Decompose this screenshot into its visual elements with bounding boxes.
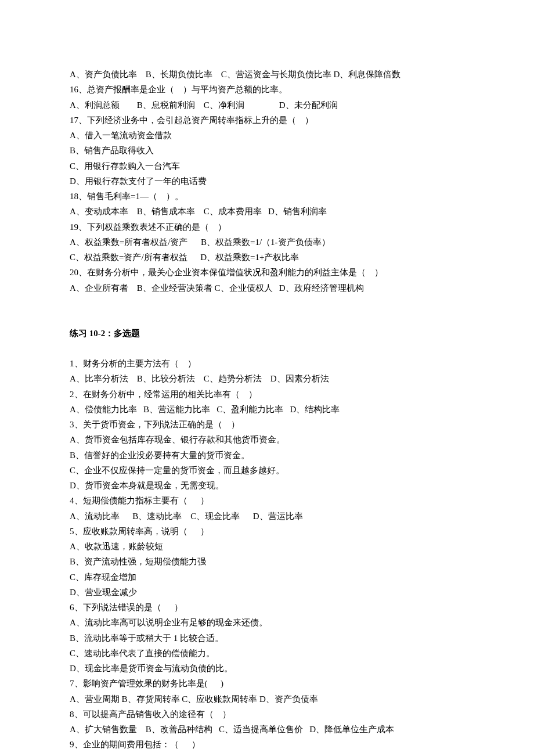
text-line: A、资产负债比率 B、长期负债比率 C、营运资金与长期负债比率 D、利息保障倍数 (70, 67, 464, 82)
question-block-2: 1、财务分析的主要方法有（ ）A、比率分析法 B、比较分析法 C、趋势分析法 D… (70, 356, 464, 753)
text-line: A、变动成本率 B、销售成本率 C、成本费用率 D、销售利润率 (70, 204, 464, 219)
text-line: D、货币资金本身就是现金，无需变现。 (70, 478, 464, 493)
text-line: 17、下列经济业务中，会引起总资产周转率指标上升的是（ ） (70, 113, 464, 128)
text-line: A、流动比率 B、速动比率 C、现金比率 D、营运比率 (70, 509, 464, 524)
text-line: 6、下列说法错误的是（ ） (70, 600, 464, 615)
text-line: 9、企业的期间费用包括：（ ） (70, 737, 464, 752)
text-line: A、营业周期 B、存货周转率 C、应收账款周转率 D、资产负债率 (70, 692, 464, 707)
text-line: C、库存现金增加 (70, 570, 464, 585)
text-line: 3、关于货币资金，下列说法正确的是（ ） (70, 417, 464, 432)
text-line: A、偿债能力比率 B、营运能力比率 C、盈利能力比率 D、结构比率 (70, 402, 464, 417)
spacer (70, 296, 464, 311)
text-line: C、用银行存款购入一台汽车 (70, 159, 464, 174)
text-line: A、权益乘数=所有者权益/资产 B、权益乘数=1/（1-资产负债率） (70, 235, 464, 250)
text-line: B、资产流动性强，短期偿债能力强 (70, 554, 464, 569)
text-line: 7、影响资产管理效果的财务比率是( ) (70, 676, 464, 691)
text-line: B、销售产品取得收入 (70, 143, 464, 158)
text-line: 18、销售毛利率=1—（ ）。 (70, 189, 464, 204)
text-line: A、扩大销售数量 B、改善品种结构 C、适当提高单位售价 D、降低单位生产成本 (70, 722, 464, 737)
question-block-1: A、资产负债比率 B、长期负债比率 C、营运资金与长期负债比率 D、利息保障倍数… (70, 67, 464, 296)
text-line: A、流动比率高可以说明企业有足够的现金来还债。 (70, 615, 464, 630)
text-line: B、信誉好的企业没必要持有大量的货币资金。 (70, 448, 464, 463)
text-line: A、企业所有者 B、企业经营决策者 C、企业债权人 D、政府经济管理机构 (70, 280, 464, 296)
text-line: 5、应收账款周转率高，说明（ ） (70, 524, 464, 539)
text-line: 19、下列权益乘数表述不正确的是（ ） (70, 219, 464, 235)
text-line: C、企业不仅应保持一定量的货币资金，而且越多越好。 (70, 463, 464, 478)
text-line: B、流动比率等于或稍大于 1 比较合适。 (70, 631, 464, 646)
text-line: 2、在财务分析中，经常运用的相关比率有（ ） (70, 387, 464, 402)
text-line: D、用银行存款支付了一年的电话费 (70, 174, 464, 189)
text-line: 8、可以提高产品销售收入的途径有（ ） (70, 707, 464, 722)
text-line: C、速动比率代表了直接的偿债能力。 (70, 646, 464, 661)
text-line: 16、总资产报酬率是企业（ ）与平均资产总额的比率。 (70, 82, 464, 97)
section-title: 练习 10-2：多选题 (70, 326, 464, 341)
text-line: 1、财务分析的主要方法有（ ） (70, 356, 464, 371)
text-line: C、权益乘数=资产/所有者权益 D、权益乘数=1+产权比率 (70, 250, 464, 265)
text-line: A、货币资金包括库存现金、银行存款和其他货币资金。 (70, 432, 464, 447)
text-line: D、营业现金减少 (70, 585, 464, 600)
text-line: A、借入一笔流动资金借款 (70, 128, 464, 143)
text-line: 4、短期偿债能力指标主要有（ ） (70, 493, 464, 508)
document-page: A、资产负债比率 B、长期负债比率 C、营运资金与长期负债比率 D、利息保障倍数… (0, 0, 534, 756)
text-line: A、利润总额 B、息税前利润 C、净利润 D、未分配利润 (70, 98, 464, 113)
text-line: D、现金比率是货币资金与流动负债的比。 (70, 661, 464, 676)
text-line: A、比率分析法 B、比较分析法 C、趋势分析法 D、因素分析法 (70, 371, 464, 386)
text-line: A、收款迅速，账龄较短 (70, 539, 464, 554)
text-line: 20、在财务分析中，最关心企业资本保值增值状况和盈利能力的利益主体是（ ） (70, 265, 464, 280)
